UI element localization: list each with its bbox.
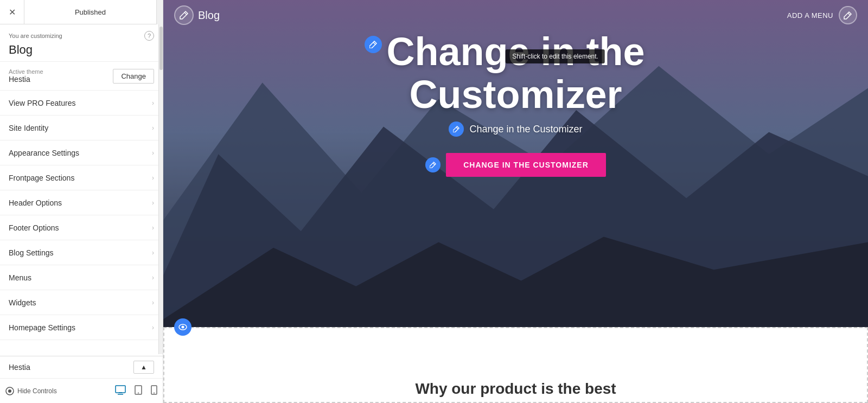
hide-controls-button[interactable]: Hide Controls [5,387,115,395]
below-hero-section: Why our product is the best [163,327,868,403]
sidebar-item-homepage-settings[interactable]: Homepage Settings › [0,315,163,340]
cta-edit-button[interactable] [425,157,441,172]
theme-name: Hestia [9,75,43,84]
customizing-section: You are customizing ? Blog [0,24,163,62]
chevron-right-icon: › [152,274,154,282]
sidebar-item-blog-settings[interactable]: Blog Settings › [0,240,163,265]
eye-icon [5,387,14,395]
site-title: Blog [9,43,154,57]
svg-line-13 [184,12,187,15]
preview-header: Blog ADD A MENU [163,0,868,30]
subtitle-edit-button[interactable] [449,121,464,137]
svg-rect-2 [116,386,125,393]
hero-title-wrapper: Change in theCustomizer Shift-click to e… [386,30,644,116]
footer-theme-row: Hestia ▲ [0,356,163,379]
sidebar-item-footer-options[interactable]: Footer Options › [0,215,163,240]
svg-point-1 [8,389,11,393]
device-bar: Hide Controls [0,379,163,403]
cta-edit-pencil-icon [430,162,436,168]
hero-title: Change in theCustomizer [386,30,644,116]
cta-wrapper: CHANGE IN THE CUSTOMIZER [425,153,606,177]
desktop-icon[interactable] [115,385,126,397]
mobile-icon[interactable] [151,385,157,397]
menu-item-label: Frontpage Sections [9,174,74,182]
section-edit-button[interactable] [174,318,192,336]
hero-edit-pencil-icon [369,41,377,48]
footer-theme-name: Hestia [9,363,30,372]
hide-controls-label: Hide Controls [17,387,57,395]
chevron-right-icon: › [152,249,154,257]
add-menu-area: ADD A MENU [787,6,857,24]
hero-subtitle: Change in the Customizer [469,124,582,135]
svg-point-19 [182,326,184,329]
chevron-right-icon: › [152,149,154,157]
subtitle-edit-pencil-icon [453,126,459,132]
edit-pencil-icon [844,11,852,20]
svg-point-6 [138,392,139,393]
sidebar-item-view-pro[interactable]: View PRO Features › [0,91,163,116]
hero-content: Change in theCustomizer Shift-click to e… [163,30,868,177]
menu-item-label: Homepage Settings [9,323,75,332]
scroll-indicator [156,0,163,24]
preview-logo-text: Blog [198,9,220,22]
menu-item-label: Header Options [9,199,62,207]
logo-pencil-icon [179,10,189,20]
sidebar-item-header-options[interactable]: Header Options › [0,190,163,215]
menu-item-label: Blog Settings [9,248,54,257]
chevron-right-icon: › [152,299,154,306]
cta-button[interactable]: CHANGE IN THE CUSTOMIZER [446,153,606,177]
section-eye-icon [178,323,187,331]
menu-item-label: Site Identity [9,124,48,132]
panel-scrollbar[interactable] [158,24,163,354]
menu-item-label: View PRO Features [9,99,75,107]
sidebar-item-site-identity[interactable]: Site Identity › [0,116,163,140]
published-label: Published [24,8,156,16]
svg-line-16 [456,127,458,129]
sidebar-item-menus[interactable]: Menus › [0,265,163,290]
tablet-icon[interactable] [135,385,142,397]
menu-item-label: Appearance Settings [9,149,79,157]
theme-section: Active theme Hestia Change [0,62,163,91]
preview-logo: Blog [174,5,220,25]
menu-list: View PRO Features › Site Identity › Appe… [0,91,163,356]
tooltip: Shift-click to edit this element. [506,49,605,63]
close-button[interactable]: ✕ [0,0,24,24]
help-button[interactable]: ? [144,31,154,41]
sidebar-item-frontpage-sections[interactable]: Frontpage Sections › [0,165,163,190]
chevron-right-icon: › [152,99,154,107]
change-theme-button[interactable]: Change [113,69,154,84]
close-icon: ✕ [9,7,16,17]
bottom-bar: Hestia ▲ Hide Controls [0,356,163,403]
chevron-right-icon: › [152,124,154,132]
svg-line-17 [433,163,435,165]
customizer-panel: ✕ Published You are customizing ? Blog A… [0,0,163,403]
scrollbar-thumb [159,27,163,70]
sidebar-item-appearance-settings[interactable]: Appearance Settings › [0,140,163,165]
add-menu-edit-button[interactable] [839,6,857,24]
below-hero-title: Why our product is the best [415,380,616,398]
top-bar: ✕ Published [0,0,163,24]
sidebar-item-widgets[interactable]: Widgets › [0,290,163,315]
subtitle-wrapper: Change in the Customizer [449,121,582,137]
chevron-right-icon: › [152,199,154,207]
theme-info: Active theme Hestia [9,68,43,84]
chevron-right-icon: › [152,324,154,331]
svg-line-14 [848,13,850,15]
hero-title-edit-button[interactable] [365,36,382,53]
chevron-right-icon: › [152,224,154,232]
add-menu-text: ADD A MENU [787,11,833,20]
active-theme-label: Active theme [9,68,43,75]
footer-action-button[interactable]: ▲ [133,361,154,374]
logo-icon[interactable] [174,5,194,25]
menu-item-label: Footer Options [9,223,59,232]
customizing-label: You are customizing ? [9,31,154,41]
preview-frame: Blog ADD A MENU Change in theCustomizer [163,0,868,403]
device-icons [115,385,157,397]
svg-point-8 [154,392,155,393]
svg-line-15 [373,42,375,44]
menu-item-label: Widgets [9,298,36,307]
menu-item-label: Menus [9,273,31,282]
chevron-right-icon: › [152,174,154,182]
